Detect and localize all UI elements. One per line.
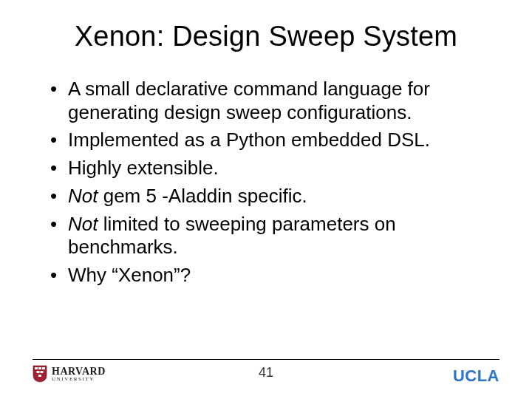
bullet-em: Not <box>68 185 98 207</box>
bullet-post: A small declarative command language for… <box>68 78 430 123</box>
slide-footer: 41 HARVARD UNIVERSITY UCLA <box>0 359 532 390</box>
bullet-em: Not <box>68 213 98 235</box>
svg-rect-1 <box>38 367 41 369</box>
list-item: Highly extensible. <box>50 157 488 180</box>
svg-rect-0 <box>35 367 38 369</box>
slide: Xenon: Design Sweep System A small decla… <box>0 0 532 399</box>
harvard-label-bottom: UNIVERSITY <box>52 377 106 382</box>
bullet-post: Highly extensible. <box>68 157 219 179</box>
shield-icon <box>33 365 47 383</box>
svg-rect-2 <box>42 367 45 369</box>
svg-rect-3 <box>37 371 40 373</box>
list-item: Not gem 5 -Aladdin specific. <box>50 185 488 208</box>
harvard-logo: HARVARD UNIVERSITY <box>33 365 106 383</box>
harvard-wordmark: HARVARD UNIVERSITY <box>52 366 106 382</box>
svg-rect-5 <box>38 375 41 377</box>
bullet-post: gem 5 -Aladdin specific. <box>98 185 307 207</box>
bullet-list: A small declarative command language for… <box>44 78 488 287</box>
bullet-post: limited to sweeping parameters on benchm… <box>68 213 396 259</box>
svg-rect-4 <box>41 371 44 373</box>
list-item: A small declarative command language for… <box>50 78 488 124</box>
bullet-post: Implemented as a Python embedded DSL. <box>68 129 430 151</box>
ucla-logo: UCLA <box>453 366 499 386</box>
footer-divider <box>33 359 499 360</box>
bullet-post: Why “Xenon”? <box>68 264 191 286</box>
list-item: Implemented as a Python embedded DSL. <box>50 129 488 152</box>
list-item: Not limited to sweeping parameters on be… <box>50 213 488 259</box>
slide-title: Xenon: Design Sweep System <box>44 21 488 52</box>
list-item: Why “Xenon”? <box>50 264 488 287</box>
harvard-label-top: HARVARD <box>52 366 106 377</box>
